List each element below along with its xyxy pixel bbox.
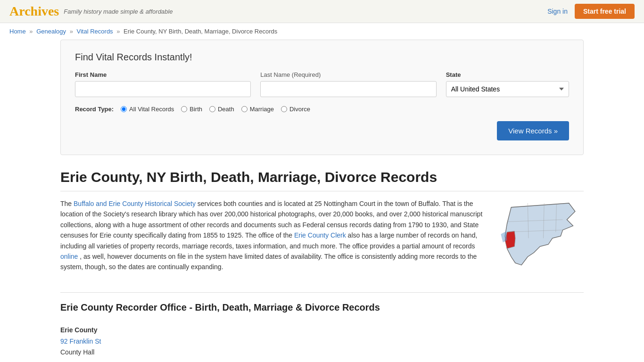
sub-section-title: Erie County Recorder Office - Birth, Dea… bbox=[60, 292, 584, 318]
page-title: Erie County, NY Birth, Death, Marriage, … bbox=[60, 169, 584, 191]
last-name-label: Last Name (Required) bbox=[260, 71, 436, 78]
last-name-field-group: Last Name (Required) bbox=[260, 71, 436, 97]
radio-birth[interactable]: Birth bbox=[181, 106, 202, 113]
ny-state-map bbox=[499, 198, 581, 274]
radio-death-input[interactable] bbox=[209, 106, 215, 112]
breadcrumb-sep3: » bbox=[116, 28, 120, 35]
paragraph1-end: , as well, however documents on file in … bbox=[60, 253, 477, 271]
buffalo-society-link[interactable]: Buffalo and Erie County Historical Socie… bbox=[74, 200, 196, 207]
header-left: Archives Family history made simple & af… bbox=[9, 4, 173, 19]
sign-in-link[interactable]: Sign in bbox=[547, 8, 568, 15]
record-type-label: Record Type: bbox=[75, 106, 114, 113]
radio-divorce[interactable]: Divorce bbox=[281, 106, 310, 113]
breadcrumb-home[interactable]: Home bbox=[9, 28, 26, 35]
site-tagline: Family history made simple & affordable bbox=[64, 8, 173, 15]
radio-divorce-input[interactable] bbox=[281, 106, 287, 112]
site-header: Archives Family history made simple & af… bbox=[0, 0, 644, 23]
radio-birth-input[interactable] bbox=[181, 106, 187, 112]
last-name-input[interactable] bbox=[260, 81, 436, 97]
sub-section: Erie County Recorder Office - Birth, Dea… bbox=[60, 292, 584, 358]
radio-all-vital-input[interactable] bbox=[121, 106, 127, 112]
view-records-button[interactable]: View Records » bbox=[497, 121, 569, 140]
radio-marriage-label: Marriage bbox=[250, 106, 274, 113]
state-field-group: State All United States Alabama Alaska A… bbox=[446, 71, 569, 97]
radio-all-vital[interactable]: All Vital Records bbox=[121, 106, 174, 113]
state-label: State bbox=[446, 71, 569, 78]
search-fields: First Name Last Name (Required) State Al… bbox=[75, 71, 569, 97]
address-line1[interactable]: 92 Franklin St bbox=[60, 337, 101, 345]
breadcrumb-genealogy[interactable]: Genealogy bbox=[36, 28, 66, 35]
search-title: Find Vital Records Instantly! bbox=[75, 52, 569, 63]
site-logo: Archives bbox=[9, 4, 59, 19]
radio-marriage[interactable]: Marriage bbox=[241, 106, 274, 113]
breadcrumb-sep1: » bbox=[29, 28, 33, 35]
address-line2: County Hall bbox=[60, 348, 94, 356]
radio-death-label: Death bbox=[218, 106, 234, 113]
header-right: Sign in Start free trial bbox=[547, 4, 635, 19]
radio-birth-label: Birth bbox=[190, 106, 202, 113]
content-text: The Buffalo and Erie County Historical S… bbox=[60, 198, 485, 278]
first-name-label: First Name bbox=[75, 71, 251, 78]
content-section: The Buffalo and Erie County Historical S… bbox=[60, 198, 584, 278]
breadcrumb-current: Erie County, NY Birth, Death, Marriage, … bbox=[124, 28, 277, 35]
search-box: Find Vital Records Instantly! First Name… bbox=[60, 40, 584, 155]
radio-marriage-input[interactable] bbox=[241, 106, 248, 112]
first-name-input[interactable] bbox=[75, 81, 251, 97]
breadcrumb-vital-records[interactable]: Vital Records bbox=[77, 28, 113, 35]
content-paragraph-1: The Buffalo and Erie County Historical S… bbox=[60, 198, 485, 272]
radio-divorce-label: Divorce bbox=[289, 106, 310, 113]
online-link[interactable]: online bbox=[60, 253, 78, 260]
main-content: Find Vital Records Instantly! First Name… bbox=[51, 40, 593, 358]
start-trial-button[interactable]: Start free trial bbox=[575, 4, 635, 19]
record-type-row: Record Type: All Vital Records Birth Dea… bbox=[75, 106, 569, 113]
office-name: Erie County bbox=[60, 325, 584, 336]
map-container bbox=[499, 198, 584, 278]
office-info: Erie County 92 Franklin St County Hall bbox=[60, 325, 584, 358]
radio-all-vital-label: All Vital Records bbox=[129, 106, 174, 113]
view-records-container: View Records » bbox=[75, 121, 569, 140]
breadcrumb-sep2: » bbox=[70, 28, 73, 35]
first-name-field-group: First Name bbox=[75, 71, 251, 97]
breadcrumb: Home » Genealogy » Vital Records » Erie … bbox=[0, 23, 644, 40]
erie-county-clerk-link[interactable]: Erie County Clerk bbox=[294, 231, 346, 239]
state-select[interactable]: All United States Alabama Alaska Arizona… bbox=[446, 81, 569, 97]
radio-death[interactable]: Death bbox=[209, 106, 234, 113]
required-indicator: (Required) bbox=[292, 71, 321, 78]
